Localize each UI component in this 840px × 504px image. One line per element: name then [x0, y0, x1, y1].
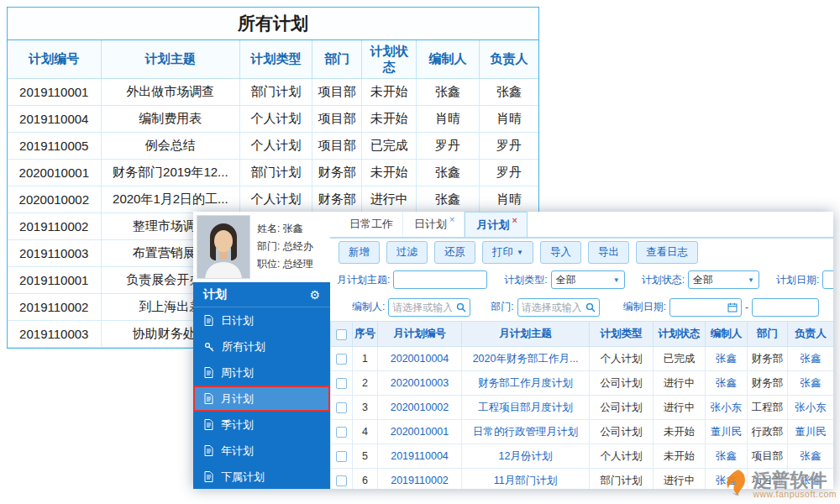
cell-no: 2: [353, 371, 378, 396]
plan-link[interactable]: 2020010001: [391, 426, 449, 438]
plan-link[interactable]: 日常的行政管理月计划: [473, 426, 578, 438]
plan-link[interactable]: 2020010004: [391, 353, 449, 365]
toolbar-button-0[interactable]: 新增: [339, 241, 380, 264]
compile-date-from-box[interactable]: [669, 298, 742, 317]
column-header: 月计划主题: [462, 322, 590, 347]
plan-link[interactable]: 2019110004: [391, 450, 449, 462]
main-content: 日常工作日计划×月计划× 新增过滤还原打印▼导入导出查看日志 月计划主题: 计划…: [330, 212, 833, 489]
plan-link[interactable]: 2020年财务部工作月...: [473, 353, 579, 365]
compiler-search-box[interactable]: [388, 298, 470, 317]
sidebar-item-0[interactable]: 日计划: [193, 307, 330, 333]
checkbox-cell: [331, 444, 353, 469]
cell-type: 个人计划: [590, 347, 654, 371]
toolbar-button-5[interactable]: 导出: [588, 241, 629, 264]
sidebar-item-label: 年计划: [221, 444, 254, 459]
cell-code: 2019110004: [378, 444, 462, 469]
plan-link[interactable]: 财务部工作月度计划: [478, 377, 573, 389]
compile-date-filter-label: 编制日期:: [623, 300, 666, 314]
plan-date-input[interactable]: [822, 270, 833, 289]
tab-1[interactable]: 日计划×: [403, 212, 465, 237]
sidebar-section-header: 计划 ⚙: [193, 282, 330, 307]
search-icon[interactable]: [585, 302, 599, 312]
row-checkbox[interactable]: [336, 427, 347, 438]
close-icon[interactable]: ×: [449, 215, 454, 224]
cell-owner: 张小东: [788, 396, 834, 420]
profile-card: 姓名: 张鑫 部门: 总经办 职位: 总经理: [193, 212, 330, 282]
toolbar-button-6[interactable]: 查看日志: [636, 241, 698, 264]
sidebar-item-4[interactable]: 季计划: [193, 412, 330, 438]
toolbar-button-1[interactable]: 过滤: [386, 241, 428, 264]
calendar-icon[interactable]: [727, 302, 741, 312]
sidebar-item-5[interactable]: 年计划: [193, 438, 330, 464]
dept-search-box[interactable]: [517, 298, 600, 317]
sidebar-item-2[interactable]: 周计划: [193, 360, 330, 386]
chevron-down-icon: ▼: [517, 249, 523, 256]
cell-status: 未开始: [654, 420, 706, 444]
select-all-checkbox[interactable]: [336, 329, 347, 340]
tab-2[interactable]: 月计划×: [465, 212, 527, 237]
search-icon[interactable]: [455, 302, 470, 312]
dept-search-input[interactable]: [518, 300, 585, 315]
cell: 未开始: [362, 106, 417, 133]
status-select[interactable]: 全部 ▼: [688, 270, 759, 289]
row-checkbox[interactable]: [336, 475, 347, 486]
toolbar-button-2[interactable]: 还原: [434, 241, 475, 264]
sidebar-item-6[interactable]: 下属计划: [193, 464, 330, 489]
cell-type: 公司计划: [590, 371, 654, 396]
type-filter-label: 计划类型:: [504, 273, 547, 287]
gear-icon[interactable]: ⚙: [309, 289, 320, 301]
cell-status: 进行中: [654, 396, 706, 420]
plan-link[interactable]: 张鑫: [801, 450, 822, 462]
document-icon: [204, 445, 213, 456]
toolbar-button-3[interactable]: 打印▼: [482, 241, 533, 264]
table-row: 42020010001日常的行政管理月计划公司计划未开始董川民行政部董川民: [331, 420, 834, 444]
table-row: 2019110005例会总结个人计划项目部已完成罗丹罗丹: [8, 133, 538, 160]
sidebar-item-1[interactable]: 所有计划: [193, 333, 330, 360]
filter-row-1: 月计划主题: 计划类型: 全部 ▼ 计划状态: 全部 ▼ 计划日期:: [330, 266, 833, 293]
cell: 项目部: [312, 79, 362, 106]
tab-0[interactable]: 日常工作: [339, 212, 403, 237]
cell: 2019110003: [8, 240, 101, 267]
plan-link[interactable]: 2020010003: [391, 377, 449, 389]
plan-link[interactable]: 张小东: [795, 402, 827, 413]
plan-link[interactable]: 董川民: [795, 426, 827, 438]
cell: 2019110001: [8, 79, 101, 106]
cell: 项目部: [312, 133, 362, 160]
sidebar-item-3[interactable]: 月计划: [193, 386, 330, 412]
table-row: 20200100022020年1月2日的工...个人计划财务部进行中张鑫肖晴: [8, 186, 538, 213]
plan-link[interactable]: 2019110002: [391, 475, 449, 486]
row-checkbox[interactable]: [336, 378, 347, 389]
row-checkbox[interactable]: [336, 354, 347, 365]
filter-row-2: 编制人: 部门: 编制日期: -: [330, 293, 833, 321]
profile-department: 部门: 总经办: [257, 238, 313, 255]
sidebar-section-label: 计划: [203, 287, 227, 302]
plan-link[interactable]: 2020010002: [391, 402, 449, 413]
cell: 项目部: [312, 106, 362, 133]
plan-link[interactable]: 11月部门计划: [494, 475, 557, 486]
type-select[interactable]: 全部 ▼: [551, 270, 625, 289]
plan-link[interactable]: 工程项目部月度计划: [478, 402, 573, 413]
plan-link[interactable]: 张鑫: [801, 377, 822, 389]
compile-date-to-input[interactable]: [752, 298, 819, 317]
tab-label: 日计划: [414, 217, 447, 232]
profile-position: 职位: 总经理: [257, 255, 313, 273]
toolbar-button-4[interactable]: 导入: [540, 241, 581, 264]
subject-filter-input[interactable]: [393, 270, 487, 289]
row-checkbox[interactable]: [336, 451, 347, 462]
plan-link[interactable]: 张鑫: [801, 353, 822, 365]
column-header: 月计划编号: [378, 322, 462, 347]
row-checkbox[interactable]: [336, 402, 347, 413]
cell: 财务部: [312, 160, 362, 186]
cell: 部门计划: [240, 79, 312, 106]
compiler-search-input[interactable]: [389, 300, 455, 315]
plan-link[interactable]: 张鑫: [716, 377, 737, 389]
plan-link[interactable]: 张小东: [711, 402, 743, 413]
plan-link[interactable]: 12月份计划: [499, 450, 553, 462]
checkbox-cell: [331, 371, 353, 396]
plan-link[interactable]: 董川民: [711, 426, 743, 438]
compile-date-from-input[interactable]: [670, 300, 727, 315]
cell-owner: 张鑫: [788, 444, 834, 469]
close-icon[interactable]: ×: [512, 216, 517, 225]
plan-link[interactable]: 张鑫: [716, 353, 737, 365]
plan-link[interactable]: 张鑫: [716, 450, 737, 462]
